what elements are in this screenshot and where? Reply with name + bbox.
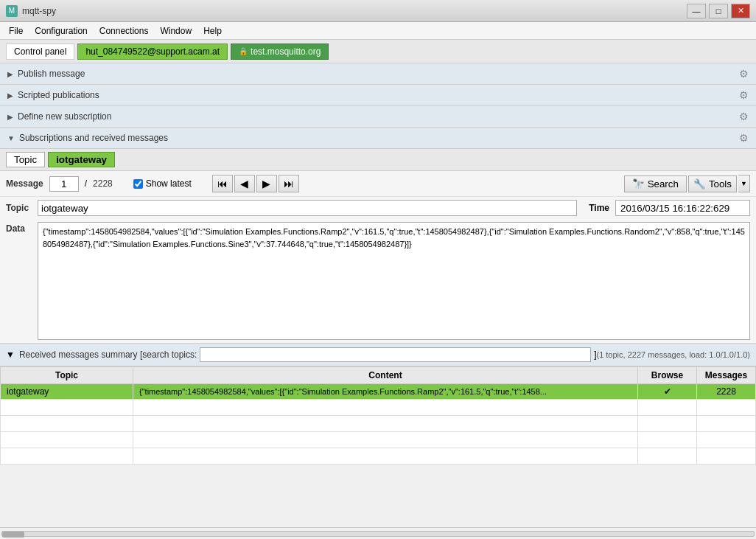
define-section-header[interactable]: ▶ Define new subscription ⚙ [0, 106, 756, 127]
menu-help[interactable]: Help [197, 24, 228, 38]
main-content: ▶ Publish message ⚙ ▶ Scripted publicati… [0, 63, 756, 539]
scrollbar-track [1, 531, 755, 537]
data-content[interactable]: {"timestamp":1458054982584,"values":[{"i… [38, 222, 750, 340]
binoculars-icon: 🔭 [632, 178, 645, 189]
scrollbar-thumb[interactable] [2, 532, 24, 538]
define-arrow-icon: ▶ [7, 113, 13, 121]
scripted-arrow-icon: ▶ [7, 91, 13, 100]
horizontal-scrollbar[interactable] [0, 527, 756, 539]
row-content: {"timestamp":1458054982584,"values":[{"i… [133, 384, 638, 400]
show-latest-container: Show latest [133, 178, 192, 189]
time-label: Time [589, 203, 609, 213]
table-row [1, 432, 756, 448]
topic-input[interactable] [38, 200, 577, 216]
tools-icon: 🔧 [693, 178, 706, 189]
define-section: ▶ Define new subscription ⚙ [0, 106, 756, 128]
menu-file[interactable]: File [3, 24, 29, 38]
row-topic: iotgateway [1, 384, 133, 400]
nav-last-button[interactable]: ⏭ [279, 175, 299, 192]
tab-hut[interactable]: hut_084749522@support.acam.at [77, 44, 228, 60]
time-input[interactable] [615, 200, 750, 216]
publish-section-title: Publish message [18, 69, 739, 79]
data-label: Data [6, 222, 32, 340]
publish-gear-icon[interactable]: ⚙ [739, 68, 749, 80]
row-browse: ✔ [638, 384, 697, 400]
message-nav-row: Message / 2228 Show latest ⏮ ◀ ▶ ⏭ 🔭 Sea… [0, 171, 756, 197]
received-summary-info: (1 topic, 2227 messages, load: 1.0/1.0/1… [596, 350, 750, 359]
action-buttons: 🔭 Search 🔧 Tools ▼ [609, 175, 750, 192]
tab-control-panel[interactable]: Control panel [6, 44, 74, 60]
data-row: Data {"timestamp":1458054982584,"values"… [0, 219, 756, 343]
topic-row: Topic Time [0, 197, 756, 219]
scripted-section: ▶ Scripted publications ⚙ [0, 85, 756, 106]
show-latest-label: Show latest [146, 178, 192, 189]
search-topics-input[interactable] [200, 347, 591, 362]
scripted-section-header[interactable]: ▶ Scripted publications ⚙ [0, 85, 756, 105]
table-row [1, 416, 756, 432]
publish-arrow-icon: ▶ [7, 70, 13, 78]
table-row[interactable]: iotgateway {"timestamp":1458054982584,"v… [1, 384, 756, 400]
topic-label: Topic [6, 203, 32, 213]
table-row [1, 400, 756, 416]
publish-section: ▶ Publish message ⚙ [0, 63, 756, 85]
received-summary-arrow-icon: ▼ [6, 350, 15, 360]
publish-section-header[interactable]: ▶ Publish message ⚙ [0, 63, 756, 84]
menu-connections[interactable]: Connections [94, 24, 155, 38]
define-gear-icon[interactable]: ⚙ [739, 111, 749, 122]
tab-iotgateway[interactable]: iotgateway [48, 152, 115, 167]
header-content: Content [133, 367, 638, 384]
received-summary-title: Received messages summary [search topics… [19, 350, 197, 360]
header-topic: Topic [1, 367, 133, 384]
close-button[interactable]: ✕ [731, 4, 750, 18]
tools-dropdown-button[interactable]: ▼ [738, 175, 750, 192]
subscriptions-arrow-icon: ▼ [7, 134, 15, 142]
subscriptions-header[interactable]: ▼ Subscriptions and received messages ⚙ [0, 128, 756, 148]
tools-button[interactable]: 🔧 Tools [688, 175, 737, 192]
subscriptions-title: Subscriptions and received messages [19, 133, 739, 143]
row-messages: 2228 [697, 384, 756, 400]
show-latest-checkbox[interactable] [133, 179, 143, 189]
define-section-title: Define new subscription [18, 111, 739, 122]
nav-next-button[interactable]: ▶ [256, 175, 277, 192]
received-summary-header: ▼ Received messages summary [search topi… [0, 344, 756, 366]
header-messages: Messages [697, 367, 756, 384]
scripted-section-title: Scripted publications [18, 90, 739, 100]
message-number-input[interactable] [49, 176, 79, 192]
maximize-button[interactable]: □ [709, 4, 728, 18]
table-body: iotgateway {"timestamp":1458054982584,"v… [1, 384, 756, 465]
app-icon: M [6, 5, 18, 17]
nav-prev-button[interactable]: ◀ [234, 175, 255, 192]
search-label: Search [648, 178, 679, 189]
message-separator: / [85, 178, 87, 189]
menu-window[interactable]: Window [154, 24, 197, 38]
received-summary-section: ▼ Received messages summary [search topi… [0, 343, 756, 366]
scripted-gear-icon[interactable]: ⚙ [739, 89, 749, 101]
app-title: mqtt-spy [22, 6, 687, 16]
message-tabs-row: Topic iotgateway [0, 149, 756, 171]
message-label: Message [6, 178, 43, 189]
tab-all[interactable]: Topic [6, 152, 45, 167]
tools-label: Tools [709, 178, 732, 189]
subscriptions-gear-icon[interactable]: ⚙ [739, 132, 749, 144]
tabs-row: Control panel hut_084749522@support.acam… [0, 40, 756, 63]
tab-broker[interactable]: 🔒 test.mosquitto.org [231, 44, 329, 60]
nav-buttons: ⏮ ◀ ▶ ⏭ [212, 175, 299, 192]
nav-first-button[interactable]: ⏮ [212, 175, 233, 192]
table-row [1, 448, 756, 465]
message-total: 2228 [93, 178, 113, 189]
window-controls: — □ ✕ [687, 4, 750, 18]
table-header-row: Topic Content Browse Messages [1, 367, 756, 384]
messages-table: Topic Content Browse Messages iotgateway… [0, 366, 756, 465]
header-browse: Browse [638, 367, 697, 384]
titlebar: M mqtt-spy — □ ✕ [0, 0, 756, 22]
menu-configuration[interactable]: Configuration [29, 24, 93, 38]
minimize-button[interactable]: — [687, 4, 706, 18]
subscriptions-section: ▼ Subscriptions and received messages ⚙ [0, 128, 756, 149]
messages-area: Topic iotgateway Message / 2228 Show lat… [0, 149, 756, 343]
search-button[interactable]: 🔭 Search [624, 175, 687, 192]
lock-icon: 🔒 [239, 47, 248, 55]
menubar: File Configuration Connections Window He… [0, 22, 756, 40]
table-container: Topic Content Browse Messages iotgateway… [0, 366, 756, 465]
